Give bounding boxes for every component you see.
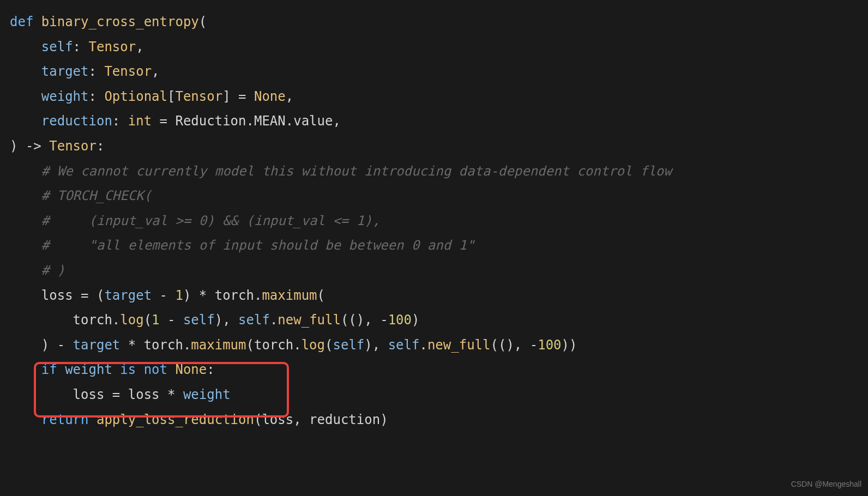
code-line-2: self: Tensor, bbox=[10, 35, 868, 60]
comma: , bbox=[333, 113, 340, 129]
arrow: -> bbox=[26, 138, 49, 154]
is-not-keyword: is not bbox=[112, 362, 176, 377]
indent bbox=[10, 238, 41, 253]
param-self: self bbox=[41, 39, 73, 55]
bracket-eq: ] = bbox=[222, 89, 254, 104]
param-target: target bbox=[41, 64, 89, 79]
dot: . bbox=[293, 337, 301, 353]
type-tensor: Tensor bbox=[175, 89, 222, 104]
paren-open: ((), bbox=[341, 312, 380, 328]
colon: : bbox=[207, 362, 214, 377]
indent bbox=[10, 387, 73, 402]
eq: = bbox=[152, 113, 175, 129]
close-comma: ), bbox=[215, 312, 238, 328]
code-line-12: loss = (target - 1) * torch.maximum( bbox=[10, 283, 868, 309]
comment: # TORCH_CHECK( bbox=[41, 188, 152, 203]
code-line-10: # "all elements of input should be betwe… bbox=[10, 233, 868, 258]
indent bbox=[10, 164, 41, 179]
indent bbox=[10, 39, 41, 55]
if-keyword: if bbox=[41, 362, 65, 377]
none-literal: None bbox=[254, 89, 286, 104]
indent bbox=[10, 337, 41, 353]
bracket-open: [ bbox=[167, 89, 175, 104]
param-weight: weight bbox=[41, 89, 89, 104]
number-hundred: 100 bbox=[388, 312, 412, 328]
log-fn: log bbox=[302, 337, 325, 353]
torch-module: torch bbox=[73, 312, 112, 328]
code-line-8: # TORCH_CHECK( bbox=[10, 184, 868, 209]
dot: . bbox=[112, 312, 120, 328]
colon: : bbox=[73, 39, 89, 55]
dot: . bbox=[270, 312, 278, 328]
minus: - bbox=[152, 288, 175, 303]
code-line-14: ) - target * torch.maximum(torch.log(sel… bbox=[10, 333, 868, 358]
comma: , bbox=[286, 89, 293, 104]
eq: = bbox=[104, 387, 128, 402]
def-keyword: def bbox=[10, 14, 41, 29]
comment: # ) bbox=[41, 263, 65, 278]
mult: * bbox=[160, 387, 183, 402]
indent bbox=[10, 263, 41, 278]
paren-open: ( bbox=[144, 312, 152, 328]
dot: . bbox=[419, 337, 427, 353]
comment: # "all elements of input should be betwe… bbox=[41, 238, 475, 253]
torch-module: torch bbox=[144, 337, 183, 353]
mult: * bbox=[120, 337, 143, 353]
paren-open: ( bbox=[199, 14, 207, 29]
paren-close: )) bbox=[562, 337, 577, 353]
code-line-5: reduction: int = Reduction.MEAN.value, bbox=[10, 109, 868, 134]
dot: . bbox=[183, 337, 191, 353]
code-line-16: loss = loss * weight bbox=[10, 383, 868, 408]
close-minus: ) - bbox=[41, 337, 73, 353]
close-comma: ), bbox=[364, 337, 388, 353]
neg: - bbox=[530, 337, 538, 353]
indent bbox=[10, 64, 41, 79]
paren-close: ) bbox=[412, 312, 419, 328]
self-ref: self bbox=[183, 312, 215, 328]
paren-open: ( bbox=[246, 337, 254, 353]
colon: : bbox=[97, 138, 104, 154]
code-line-17: return apply_loss_reduction(loss, reduct… bbox=[10, 408, 868, 433]
minus: - bbox=[160, 312, 183, 328]
type-tensor: Tensor bbox=[104, 64, 152, 79]
param-reduction: reduction bbox=[41, 113, 112, 129]
type-tensor: Tensor bbox=[89, 39, 136, 55]
number-hundred: 100 bbox=[538, 337, 561, 353]
indent bbox=[10, 188, 41, 203]
code-line-15: if weight is not None: bbox=[10, 358, 868, 383]
target-ref: target bbox=[73, 337, 120, 353]
code-line-6: ) -> Tensor: bbox=[10, 134, 868, 159]
type-optional: Optional bbox=[104, 89, 167, 104]
paren-close: ) bbox=[380, 412, 388, 427]
code-line-3: target: Tensor, bbox=[10, 59, 868, 84]
indent bbox=[10, 362, 41, 377]
loss-var: loss bbox=[41, 288, 73, 303]
indent bbox=[10, 213, 41, 228]
comma: , bbox=[152, 64, 159, 79]
paren-open: ((), bbox=[490, 337, 529, 353]
weight-ref: weight bbox=[183, 387, 231, 402]
code-line-9: # (input_val >= 0) && (input_val <= 1), bbox=[10, 209, 868, 234]
self-ref: self bbox=[388, 337, 420, 353]
self-ref: self bbox=[238, 312, 270, 328]
loss-var: loss bbox=[73, 387, 105, 402]
loss-var: loss bbox=[128, 387, 160, 402]
indent bbox=[10, 113, 41, 129]
indent bbox=[10, 312, 73, 328]
reduction-arg: reduction bbox=[309, 412, 380, 427]
number-one: 1 bbox=[175, 288, 183, 303]
log-fn: log bbox=[120, 312, 143, 328]
return-keyword: return bbox=[41, 412, 97, 427]
colon: : bbox=[89, 64, 105, 79]
code-line-1: def binary_cross_entropy( bbox=[10, 10, 868, 35]
apply-loss-reduction-fn: apply_loss_reduction bbox=[97, 412, 254, 427]
comma: , bbox=[293, 412, 309, 427]
torch-module: torch bbox=[215, 288, 254, 303]
paren-open: ( bbox=[317, 288, 325, 303]
code-line-7: # We cannot currently model this without… bbox=[10, 159, 868, 184]
reduction-mean-value: Reduction.MEAN.value bbox=[175, 113, 333, 129]
code-line-11: # ) bbox=[10, 258, 868, 283]
number-one: 1 bbox=[152, 312, 159, 328]
comment: # We cannot currently model this without… bbox=[41, 164, 672, 179]
indent bbox=[10, 89, 41, 104]
